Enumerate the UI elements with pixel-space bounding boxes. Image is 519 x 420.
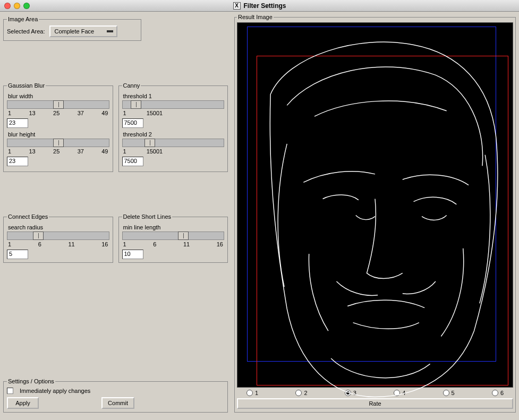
apply-button[interactable]: Apply (7, 397, 39, 409)
threshold1-label: threshold 1 (122, 92, 225, 100)
slider-thumb[interactable] (53, 139, 64, 147)
selected-area-value: Complete Face (55, 28, 95, 35)
delete-short-lines-group: Delete Short Lines min line length 1 6 1… (118, 213, 228, 263)
minimize-icon[interactable] (14, 3, 20, 9)
x-app-icon: X (233, 2, 240, 10)
settings-options-group: Settings / Options Immediately apply cha… (3, 378, 228, 413)
slider-thumb[interactable] (144, 139, 155, 147)
threshold2-label: threshold 2 (122, 130, 225, 139)
settings-legend: Settings / Options (7, 378, 55, 384)
result-image-group: Result Image (234, 14, 516, 413)
canny-group: Canny threshold 1 1 15001 7500 threshold… (118, 82, 228, 172)
blur-width-slider[interactable] (7, 100, 109, 109)
min-line-ticks: 1 6 11 16 (122, 240, 225, 250)
immediate-apply-label: Immediately apply changes (20, 388, 90, 394)
threshold2-ticks: 1 15001 (122, 147, 225, 157)
gaussian-blur-group: Gaussian Blur blur width 1 13 25 37 49 2… (3, 82, 113, 172)
slider-thumb[interactable] (131, 100, 141, 109)
immediate-apply-checkbox[interactable] (7, 388, 13, 394)
selected-area-dropdown[interactable]: Complete Face (49, 25, 118, 37)
threshold2-value[interactable]: 7500 (122, 157, 143, 166)
threshold2-slider[interactable] (122, 139, 225, 147)
threshold1-value[interactable]: 7500 (122, 118, 143, 128)
blur-width-value[interactable]: 23 (7, 118, 28, 128)
connect-edges-legend: Connect Edges (7, 213, 49, 220)
close-icon[interactable] (4, 3, 11, 9)
min-line-slider[interactable] (122, 232, 225, 240)
slider-thumb[interactable] (33, 232, 44, 240)
blur-height-ticks: 1 13 25 37 49 (7, 147, 109, 157)
zoom-icon[interactable] (23, 3, 30, 9)
slider-thumb[interactable] (178, 232, 189, 240)
blur-width-ticks: 1 13 25 37 49 (7, 109, 109, 118)
selected-area-label: Selected Area: (7, 28, 45, 35)
image-area-group: Image Area Selected Area: Complete Face (3, 16, 141, 41)
image-area-legend: Image Area (7, 16, 39, 22)
commit-button[interactable]: Commit (101, 397, 134, 409)
blur-height-label: blur height (7, 130, 109, 139)
controls-panel: Image Area Selected Area: Complete Face … (0, 12, 231, 420)
search-radius-slider[interactable] (7, 232, 109, 240)
search-radius-value[interactable]: 5 (7, 250, 28, 259)
window-title: X Filter Settings (233, 2, 286, 10)
search-radius-ticks: 1 6 11 16 (7, 240, 109, 250)
gaussian-legend: Gaussian Blur (7, 82, 46, 89)
dropdown-icon (107, 30, 113, 32)
blur-height-value[interactable]: 23 (7, 157, 28, 166)
blur-height-slider[interactable] (7, 139, 109, 147)
min-line-value[interactable]: 10 (122, 250, 143, 259)
threshold1-ticks: 1 15001 (122, 109, 225, 118)
window-title-text: Filter Settings (243, 2, 286, 10)
delete-short-legend: Delete Short Lines (122, 213, 173, 220)
blur-width-label: blur width (7, 92, 109, 100)
slider-thumb[interactable] (53, 100, 64, 109)
canny-legend: Canny (122, 82, 141, 89)
edge-detection-art (237, 23, 513, 408)
result-legend: Result Image (237, 14, 274, 20)
result-canvas (237, 22, 513, 388)
window-controls (4, 3, 30, 9)
threshold1-slider[interactable] (122, 100, 225, 109)
min-line-label: min line length (122, 223, 225, 232)
window-titlebar: X Filter Settings (0, 0, 519, 12)
connect-edges-group: Connect Edges search radius 1 6 11 16 5 (3, 213, 113, 263)
search-radius-label: search radius (7, 223, 109, 232)
